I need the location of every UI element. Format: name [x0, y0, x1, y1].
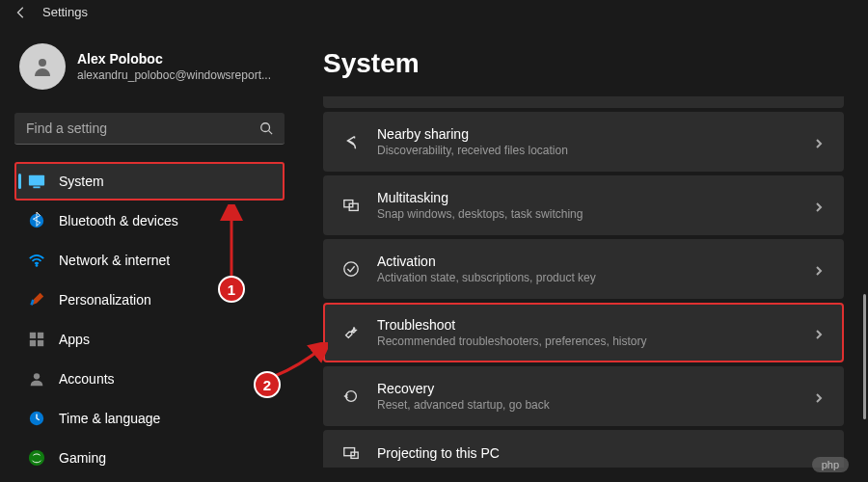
- chevron-right-icon: [813, 200, 825, 211]
- sidebar-item-network[interactable]: Network & internet: [14, 241, 285, 280]
- chevron-right-icon: [813, 263, 825, 275]
- check-circle-icon: [342, 260, 360, 278]
- svg-rect-9: [30, 340, 36, 346]
- svg-rect-4: [33, 186, 40, 188]
- accounts-icon: [28, 370, 45, 388]
- svg-rect-8: [38, 333, 43, 338]
- item-desc: Activation state, subscriptions, product…: [377, 271, 796, 284]
- search-icon: [259, 121, 273, 135]
- svg-point-1: [261, 123, 270, 132]
- item-desc: Discoverability, received files location: [377, 144, 796, 157]
- title-bar: Settings: [0, 0, 868, 24]
- item-title: Recovery: [377, 381, 796, 396]
- gaming-icon: [28, 449, 45, 467]
- svg-point-13: [29, 450, 44, 466]
- item-title: Nearby sharing: [377, 126, 796, 142]
- wrench-icon: [342, 324, 360, 341]
- svg-point-6: [36, 264, 39, 267]
- system-icon: [28, 173, 45, 190]
- brush-icon: [28, 291, 45, 308]
- user-card[interactable]: Alex Poloboc alexandru_poloboc@windowsre…: [14, 34, 285, 99]
- settings-item-projecting[interactable]: Projecting to this PC: [323, 430, 844, 468]
- item-title: Activation: [377, 254, 796, 269]
- chevron-right-icon: [813, 390, 825, 402]
- project-icon: [342, 444, 360, 462]
- svg-point-16: [344, 262, 358, 276]
- nav-label: Personalization: [59, 292, 151, 308]
- sidebar-item-system[interactable]: System: [14, 162, 285, 201]
- back-button[interactable]: [14, 6, 28, 19]
- scrollbar[interactable]: [863, 294, 866, 419]
- settings-item-troubleshoot[interactable]: Troubleshoot Recommended troubleshooters…: [323, 303, 844, 362]
- bluetooth-icon: [28, 212, 45, 229]
- chevron-right-icon: [813, 327, 825, 338]
- search-input[interactable]: [26, 120, 259, 136]
- settings-item-multitasking[interactable]: Multitasking Snap windows, desktops, tas…: [323, 175, 844, 235]
- item-title: Projecting to this PC: [377, 445, 825, 461]
- app-title: Settings: [42, 5, 88, 19]
- nav-label: Bluetooth & devices: [59, 213, 178, 228]
- nav-label: System: [59, 174, 104, 189]
- user-email: alexandru_poloboc@windowsreport...: [77, 68, 271, 82]
- page-title: System: [323, 48, 844, 79]
- item-desc: Reset, advanced startup, go back: [377, 398, 796, 412]
- settings-item-partial[interactable]: [323, 96, 844, 108]
- chevron-right-icon: [813, 136, 825, 147]
- settings-list: Nearby sharing Discoverability, received…: [323, 96, 844, 468]
- sidebar-item-gaming[interactable]: Gaming: [14, 439, 285, 477]
- content-area: System Nearby sharing Discoverability, r…: [299, 24, 868, 482]
- settings-item-nearby-sharing[interactable]: Nearby sharing Discoverability, received…: [323, 112, 844, 172]
- apps-icon: [28, 331, 45, 348]
- sidebar: Alex Poloboc alexandru_poloboc@windowsre…: [0, 24, 299, 482]
- item-desc: Snap windows, desktops, task switching: [377, 207, 796, 221]
- settings-item-activation[interactable]: Activation Activation state, subscriptio…: [323, 239, 844, 299]
- nav-label: Time & language: [59, 411, 160, 426]
- nav-label: Gaming: [59, 450, 106, 466]
- search-box[interactable]: [14, 113, 285, 145]
- wifi-icon: [28, 252, 45, 269]
- item-title: Troubleshoot: [377, 317, 796, 333]
- svg-rect-7: [30, 333, 36, 338]
- sidebar-item-apps[interactable]: Apps: [14, 320, 285, 359]
- svg-rect-10: [38, 340, 43, 346]
- item-desc: Recommended troubleshooters, preferences…: [377, 335, 796, 348]
- share-icon: [342, 133, 360, 150]
- sidebar-item-time[interactable]: Time & language: [14, 399, 285, 438]
- svg-rect-3: [29, 175, 44, 186]
- sidebar-item-bluetooth[interactable]: Bluetooth & devices: [14, 201, 285, 240]
- settings-item-recovery[interactable]: Recovery Reset, advanced startup, go bac…: [323, 366, 844, 426]
- item-title: Multitasking: [377, 190, 796, 205]
- nav-label: Network & internet: [59, 253, 170, 268]
- multitask-icon: [342, 197, 360, 214]
- avatar: [19, 43, 66, 90]
- sidebar-item-personalization[interactable]: Personalization: [14, 281, 285, 319]
- recovery-icon: [342, 388, 360, 405]
- svg-point-0: [39, 59, 46, 67]
- svg-point-11: [34, 373, 40, 379]
- sidebar-item-accounts[interactable]: Accounts: [14, 360, 285, 398]
- clock-icon: [28, 410, 45, 427]
- nav-label: Apps: [59, 332, 90, 347]
- user-name: Alex Poloboc: [77, 51, 271, 67]
- nav-label: Accounts: [59, 371, 115, 387]
- watermark: php: [812, 457, 849, 472]
- svg-line-2: [269, 131, 273, 135]
- nav-list: System Bluetooth & devices Network & int…: [14, 162, 285, 477]
